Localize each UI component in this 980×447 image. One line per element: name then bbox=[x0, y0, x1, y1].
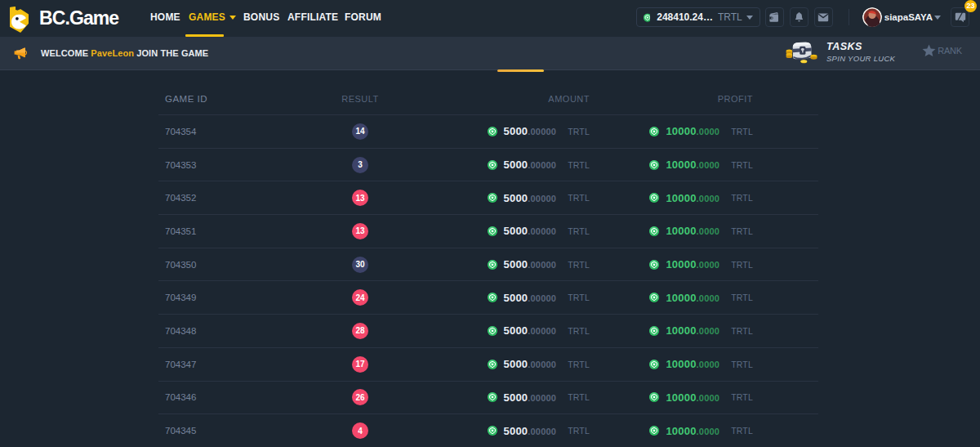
active-nav-underline bbox=[185, 34, 224, 37]
cell-result: 28 bbox=[314, 323, 407, 339]
amount-integer: 5000 bbox=[504, 125, 528, 137]
profit-currency: TRTL bbox=[731, 360, 753, 369]
bell-icon bbox=[794, 11, 804, 23]
chat-unread-badge: 23 bbox=[964, 0, 977, 12]
brand-name: BC.Game bbox=[39, 7, 118, 29]
announcement-suffix: JOIN THE GAME bbox=[136, 48, 208, 58]
profit-value: 10000.0000 bbox=[666, 225, 719, 237]
cell-amount: 5000.00000 TRTL bbox=[407, 292, 590, 304]
notifications-button[interactable] bbox=[790, 7, 808, 27]
table-row[interactable]: 704347 17 5000.00000 TRTL 10000.0000 TRT… bbox=[158, 348, 818, 382]
rank-shortcut[interactable]: RANK bbox=[922, 44, 962, 57]
amount-integer: 5000 bbox=[504, 192, 528, 204]
wallet-button[interactable] bbox=[765, 7, 784, 27]
profit-value: 10000.0000 bbox=[666, 292, 719, 304]
profit-decimals: .0000 bbox=[697, 226, 720, 236]
result-badge: 17 bbox=[352, 356, 368, 373]
profit-decimals: .0000 bbox=[697, 293, 720, 303]
table-row[interactable]: 704352 13 5000.00000 TRTL 10000.0000 TRT… bbox=[158, 181, 818, 215]
amount-decimals: .00000 bbox=[528, 226, 556, 236]
trtl-coin-icon bbox=[488, 326, 497, 336]
cell-amount: 5000.00000 TRTL bbox=[407, 125, 590, 137]
announcement-prefix: WELCOME bbox=[41, 48, 88, 58]
cell-amount: 5000.00000 TRTL bbox=[407, 425, 590, 437]
profit-integer: 10000 bbox=[666, 225, 696, 237]
chat-icon bbox=[955, 12, 966, 23]
table-row[interactable]: 704345 4 5000.00000 TRTL 10000.0000 TRTL bbox=[158, 414, 818, 447]
result-badge: 24 bbox=[352, 289, 368, 306]
amount-decimals: .00000 bbox=[528, 427, 556, 436]
cell-result: 13 bbox=[314, 190, 407, 206]
profit-decimals: .0000 bbox=[697, 326, 720, 336]
cell-result: 3 bbox=[314, 157, 407, 173]
table-row[interactable]: 704346 26 5000.00000 TRTL 10000.0000 TRT… bbox=[158, 382, 818, 415]
header-right-cluster: 248410.24… TRTL bbox=[636, 7, 969, 27]
amount-currency: TRTL bbox=[568, 260, 590, 270]
main-content: GAME ID RESULT AMOUNT PROFIT 704354 14 5… bbox=[0, 70, 980, 447]
nav-item-label: FORUM bbox=[345, 11, 381, 23]
profit-integer: 10000 bbox=[666, 192, 696, 204]
messages-button[interactable] bbox=[814, 7, 833, 27]
nav-item-forum[interactable]: FORUM bbox=[345, 0, 381, 37]
table-body: 704354 14 5000.00000 TRTL 10000.0000 TRT… bbox=[158, 115, 818, 447]
active-tab-indicator bbox=[497, 69, 544, 72]
cell-game-id: 704345 bbox=[158, 426, 314, 436]
cell-game-id: 704347 bbox=[158, 360, 314, 369]
trtl-coin-icon bbox=[649, 260, 659, 270]
balance-selector[interactable]: 248410.24… TRTL bbox=[636, 7, 760, 27]
amount-decimals: .00000 bbox=[528, 393, 556, 403]
table-row[interactable]: 704353 3 5000.00000 TRTL 10000.0000 TRTL bbox=[158, 149, 818, 182]
profit-value: 10000.0000 bbox=[666, 391, 719, 404]
tasks-shortcut[interactable]: TASKS SPIN YOUR LUCK bbox=[784, 41, 895, 64]
cell-game-id: 704353 bbox=[158, 160, 314, 170]
bets-table: GAME ID RESULT AMOUNT PROFIT 704354 14 5… bbox=[158, 70, 818, 447]
amount-value: 5000.00000 bbox=[504, 125, 557, 137]
nav-item-bonus[interactable]: BONUS bbox=[243, 0, 279, 37]
amount-integer: 5000 bbox=[504, 225, 528, 237]
amount-decimals: .00000 bbox=[528, 326, 556, 336]
table-row[interactable]: 704351 13 5000.00000 TRTL 10000.0000 TRT… bbox=[158, 215, 818, 248]
amount-value: 5000.00000 bbox=[504, 159, 557, 171]
cell-profit: 10000.0000 TRTL bbox=[590, 292, 753, 304]
profit-integer: 10000 bbox=[666, 292, 696, 304]
table-row[interactable]: 704354 14 5000.00000 TRTL 10000.0000 TRT… bbox=[158, 115, 818, 149]
profit-currency: TRTL bbox=[731, 293, 753, 302]
nav-item-affiliate[interactable]: AFFILIATE bbox=[287, 0, 338, 37]
cell-amount: 5000.00000 TRTL bbox=[407, 324, 590, 337]
amount-currency: TRTL bbox=[568, 426, 590, 436]
amount-currency: TRTL bbox=[568, 127, 590, 136]
profit-decimals: .0000 bbox=[697, 127, 720, 136]
profit-value: 10000.0000 bbox=[666, 125, 719, 137]
amount-decimals: .00000 bbox=[528, 260, 556, 270]
cell-profit: 10000.0000 TRTL bbox=[590, 125, 753, 137]
brand-logo[interactable]: BC.Game bbox=[8, 5, 118, 33]
cell-result: 17 bbox=[314, 356, 407, 373]
table-row[interactable]: 704349 24 5000.00000 TRTL 10000.0000 TRT… bbox=[158, 281, 818, 315]
rank-label: RANK bbox=[938, 46, 962, 56]
nav-item-games[interactable]: GAMES bbox=[189, 0, 236, 37]
amount-integer: 5000 bbox=[504, 324, 528, 337]
profit-value: 10000.0000 bbox=[666, 324, 719, 337]
table-row[interactable]: 704350 30 5000.00000 TRTL 10000.0000 TRT… bbox=[158, 248, 818, 282]
trtl-coin-icon bbox=[649, 293, 659, 302]
profit-integer: 10000 bbox=[666, 324, 696, 337]
result-badge: 4 bbox=[352, 422, 368, 439]
cell-result: 30 bbox=[314, 257, 407, 273]
nav-item-label: GAMES bbox=[189, 11, 225, 23]
cell-amount: 5000.00000 TRTL bbox=[407, 192, 590, 204]
table-row[interactable]: 704348 28 5000.00000 TRTL 10000.0000 TRT… bbox=[158, 315, 818, 348]
amount-currency: TRTL bbox=[568, 360, 590, 369]
chat-toggle-button[interactable]: 23 bbox=[951, 7, 969, 27]
amount-integer: 5000 bbox=[504, 391, 528, 404]
cell-amount: 5000.00000 TRTL bbox=[407, 225, 590, 237]
cell-result: 14 bbox=[314, 123, 407, 140]
cell-game-id: 704351 bbox=[158, 226, 314, 236]
profit-value: 10000.0000 bbox=[666, 258, 719, 270]
cell-game-id: 704352 bbox=[158, 193, 314, 203]
amount-integer: 5000 bbox=[504, 425, 528, 437]
amount-decimals: .00000 bbox=[528, 127, 556, 136]
user-menu[interactable]: siapaSAYA bbox=[862, 7, 941, 27]
nav-item-home[interactable]: HOME bbox=[150, 0, 180, 37]
profit-decimals: .0000 bbox=[697, 360, 720, 369]
cell-profit: 10000.0000 TRTL bbox=[590, 324, 753, 337]
